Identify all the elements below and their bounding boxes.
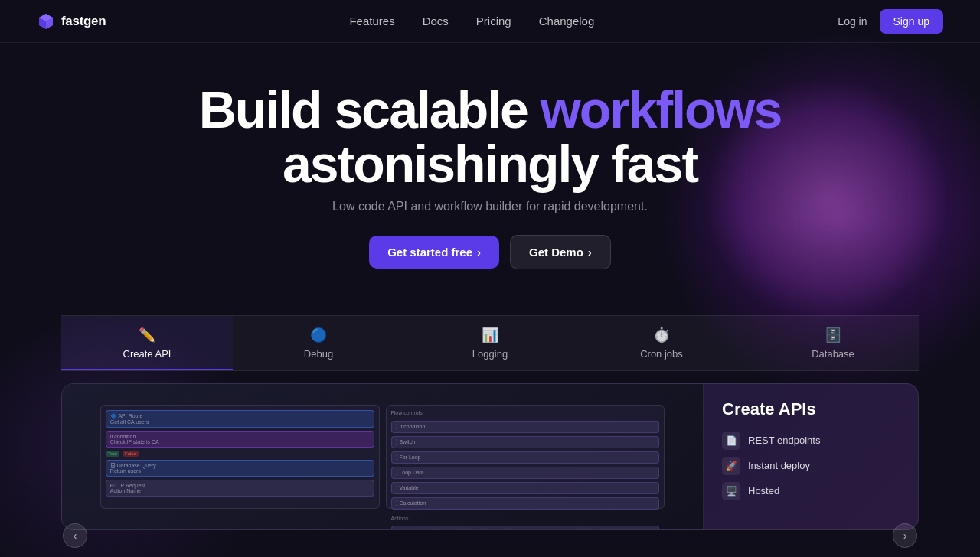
wf-flow-switch: ⟩ Switch [391,436,660,448]
prev-arrow[interactable]: ‹ [63,523,87,548]
hosted-label: Hosted [748,485,779,497]
tab-database-label: Database [812,348,854,360]
hero-section: Build scalable workflows astonishingly f… [0,43,980,315]
create-api-icon: ✏️ [139,327,155,344]
deploy-icon: 🚀 [726,461,737,471]
nav-changelog[interactable]: Changelog [539,15,595,28]
tab-logging[interactable]: 📊 Logging [404,316,576,370]
wf-action-db: 🗄 DB Query [391,526,660,529]
wf-row-tags: True False [106,451,374,457]
card-feature-list: 📄 REST endpoints 🚀 Instant deploy 🖥️ Hos… [722,432,900,500]
hosted-icon-box: 🖥️ [722,482,740,500]
tab-debug[interactable]: 🔵 Debug [233,316,404,370]
database-icon: 🗄️ [825,327,841,344]
hero-title-part1: Build scalable workflows [199,80,782,138]
hero-cta: Get started free › Get Demo › [0,235,980,269]
logging-icon: 📊 [482,327,498,344]
feature-card: 🔷 API RouteGet all CA users if condition… [61,383,919,530]
wf-block-api: 🔷 API RouteGet all CA users [106,410,374,428]
tab-cron-jobs[interactable]: ⏱️ Cron jobs [576,316,747,370]
card-info: Create APIs 📄 REST endpoints 🚀 Instant d… [704,384,918,529]
deploy-label: Instant deploy [748,460,810,471]
get-started-button[interactable]: Get started free › [369,236,499,269]
wf-flow-calc: ⟩ Calculation [391,497,660,510]
rest-icon: 📄 [726,435,737,446]
hero-title: Build scalable workflows astonishingly f… [0,83,980,192]
wf-flow-if: ⟩ If condition [391,421,660,433]
tab-debug-label: Debug [304,348,333,360]
hero-title-line2: astonishingly fast [283,135,697,193]
signup-button[interactable]: Sign up [880,9,943,34]
card-title: Create APIs [722,399,900,419]
hosted-icon: 🖥️ [726,486,737,497]
nav-links: Features Docs Pricing Changelog [349,15,594,28]
wf-panel-1: 🔷 API RouteGet all CA users if condition… [100,405,380,509]
debug-icon: 🔵 [310,327,327,344]
workflow-mock: 🔷 API RouteGet all CA users if condition… [94,399,671,515]
logo[interactable]: fastgen [37,12,106,31]
login-button[interactable]: Log in [838,15,867,28]
wf-flow-loop: ⟩ For Loop [391,451,660,464]
get-demo-button[interactable]: Get Demo › [510,235,611,269]
wf-flow-loopdata: ⟩ Loop Data [391,467,660,479]
hero-title-accent: workflows [541,80,782,138]
next-arrow[interactable]: › [893,523,917,548]
nav-actions: Log in Sign up [838,9,943,34]
wf-block-condition: if conditionCheck IF state is CA [106,431,374,448]
tab-logging-label: Logging [472,348,508,360]
content-area: 🔷 API RouteGet all CA users if condition… [61,383,919,530]
logo-text: fastgen [61,14,106,29]
cron-icon: ⏱️ [653,327,670,344]
feature-tabs: ✏️ Create API 🔵 Debug 📊 Logging ⏱️ Cron … [61,315,919,371]
hero-subtitle: Low code API and workflow builder for ra… [0,200,980,213]
workflow-screenshot: 🔷 API RouteGet all CA users if condition… [62,384,704,529]
nav-docs[interactable]: Docs [423,15,449,28]
tab-cron-label: Cron jobs [640,348,683,360]
tab-database[interactable]: 🗄️ Database [747,316,919,370]
feature-deploy: 🚀 Instant deploy [722,457,900,475]
navbar: fastgen Features Docs Pricing Changelog … [0,0,980,43]
nav-pricing[interactable]: Pricing [476,15,511,28]
feature-rest: 📄 REST endpoints [722,432,900,450]
rest-icon-box: 📄 [722,432,740,450]
tab-create-api[interactable]: ✏️ Create API [61,316,233,370]
wf-block-db: 🗄 Database QueryReturn users [106,460,374,477]
wf-flow-variable: ⟩ Variable [391,482,660,494]
rest-label: REST endpoints [748,435,820,446]
wf-block-http: HTTP RequestAction Name [106,480,374,497]
tab-create-api-label: Create API [123,348,172,360]
deploy-icon-box: 🚀 [722,457,740,475]
feature-hosted: 🖥️ Hosted [722,482,900,500]
wf-panel-2: Flow controls ⟩ If condition ⟩ Switch ⟩ … [386,405,665,509]
nav-features[interactable]: Features [349,15,394,28]
